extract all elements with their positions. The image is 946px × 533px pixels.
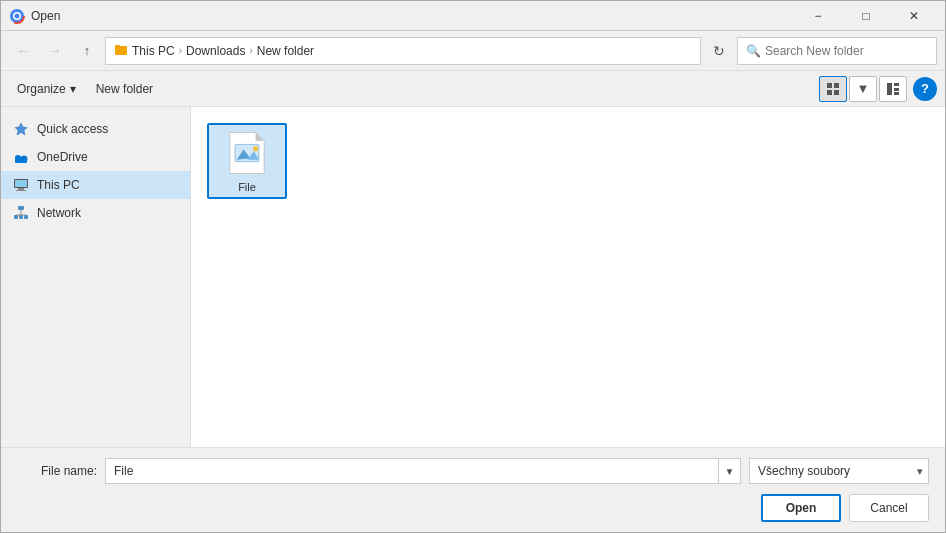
svg-point-2 xyxy=(15,13,20,18)
refresh-button[interactable]: ↻ xyxy=(705,37,733,65)
address-path[interactable]: This PC › Downloads › New folder xyxy=(105,37,701,65)
new-folder-button[interactable]: New folder xyxy=(88,76,161,102)
svg-rect-8 xyxy=(827,90,832,95)
path-icon xyxy=(114,42,128,59)
bottom-bar: File name: ▼ Všechny soubory Open Cancel xyxy=(1,447,945,532)
sidebar: Quick access OneDrive xyxy=(1,107,191,447)
forward-button[interactable]: → xyxy=(41,37,69,65)
address-bar: ← → ↑ This PC › Downloads › New folder ↻… xyxy=(1,31,945,71)
path-segment-downloads: Downloads xyxy=(186,44,245,58)
svg-rect-11 xyxy=(894,83,899,86)
search-box[interactable]: 🔍 xyxy=(737,37,937,65)
chrome-icon xyxy=(9,8,25,24)
cloud-icon xyxy=(13,149,29,165)
filename-input[interactable] xyxy=(105,458,719,484)
file-item[interactable]: File xyxy=(207,123,287,199)
organize-arrow-icon: ▾ xyxy=(70,82,76,96)
filename-row: File name: ▼ Všechny soubory xyxy=(17,458,929,484)
svg-rect-23 xyxy=(18,206,24,210)
grid-icon xyxy=(826,82,840,96)
svg-rect-18 xyxy=(15,159,27,163)
sidebar-item-label: Quick access xyxy=(37,122,108,136)
bottom-buttons: Open Cancel xyxy=(17,494,929,522)
organize-button[interactable]: Organize ▾ xyxy=(9,76,84,102)
svg-rect-10 xyxy=(887,83,892,95)
new-folder-label: New folder xyxy=(96,82,153,96)
organize-label: Organize xyxy=(17,82,66,96)
file-area: File xyxy=(191,107,945,447)
sidebar-item-quick-access[interactable]: Quick access xyxy=(1,115,190,143)
svg-rect-12 xyxy=(894,88,899,91)
panel-icon xyxy=(886,82,900,96)
dialog-title: Open xyxy=(31,9,795,23)
back-button[interactable]: ← xyxy=(9,37,37,65)
open-dialog: Open − □ ✕ ← → ↑ This PC › Downloads › N… xyxy=(0,0,946,533)
svg-rect-9 xyxy=(834,90,839,95)
svg-rect-21 xyxy=(18,188,24,190)
sidebar-item-label: OneDrive xyxy=(37,150,88,164)
svg-rect-24 xyxy=(14,215,18,219)
view-grid-button[interactable] xyxy=(819,76,847,102)
filename-dropdown-arrow[interactable]: ▼ xyxy=(719,458,741,484)
toolbar: Organize ▾ New folder ▼ xyxy=(1,71,945,107)
help-button[interactable]: ? xyxy=(913,77,937,101)
up-button[interactable]: ↑ xyxy=(73,37,101,65)
view-dropdown-button[interactable]: ▼ xyxy=(849,76,877,102)
svg-rect-7 xyxy=(834,83,839,88)
svg-rect-13 xyxy=(894,92,899,95)
file-icon xyxy=(223,129,271,177)
close-button[interactable]: ✕ xyxy=(891,1,937,31)
window-controls: − □ ✕ xyxy=(795,1,937,31)
help-label: ? xyxy=(921,81,929,96)
svg-rect-6 xyxy=(827,83,832,88)
minimize-button[interactable]: − xyxy=(795,1,841,31)
open-button[interactable]: Open xyxy=(761,494,841,522)
svg-rect-25 xyxy=(24,215,28,219)
sidebar-item-onedrive[interactable]: OneDrive xyxy=(1,143,190,171)
search-input[interactable] xyxy=(765,44,928,58)
filename-label: File name: xyxy=(17,464,97,478)
network-icon xyxy=(13,205,29,221)
svg-rect-26 xyxy=(19,215,23,219)
search-icon: 🔍 xyxy=(746,44,761,58)
sidebar-item-label: This PC xyxy=(37,178,80,192)
sidebar-item-this-pc[interactable]: This PC xyxy=(1,171,190,199)
star-icon xyxy=(13,121,29,137)
filetype-dropdown[interactable]: Všechny soubory xyxy=(749,458,929,484)
main-area: Quick access OneDrive xyxy=(1,107,945,447)
filename-input-wrap: ▼ xyxy=(105,458,741,484)
cancel-button[interactable]: Cancel xyxy=(849,494,929,522)
filetype-dropdown-wrapper: Všechny soubory xyxy=(749,458,929,484)
svg-rect-5 xyxy=(115,45,120,48)
computer-icon xyxy=(13,177,29,193)
svg-rect-22 xyxy=(16,190,26,191)
title-bar: Open − □ ✕ xyxy=(1,1,945,31)
maximize-button[interactable]: □ xyxy=(843,1,889,31)
sidebar-item-network[interactable]: Network xyxy=(1,199,190,227)
svg-point-34 xyxy=(253,146,258,151)
path-segment-newfolder: New folder xyxy=(257,44,314,58)
svg-rect-20 xyxy=(15,180,27,187)
sidebar-item-label: Network xyxy=(37,206,81,220)
svg-marker-14 xyxy=(15,123,27,135)
path-segment-thispc: This PC xyxy=(132,44,175,58)
view-controls: ▼ ? xyxy=(819,76,937,102)
view-panel-button[interactable] xyxy=(879,76,907,102)
file-label: File xyxy=(238,181,256,193)
file-grid: File xyxy=(207,123,929,199)
